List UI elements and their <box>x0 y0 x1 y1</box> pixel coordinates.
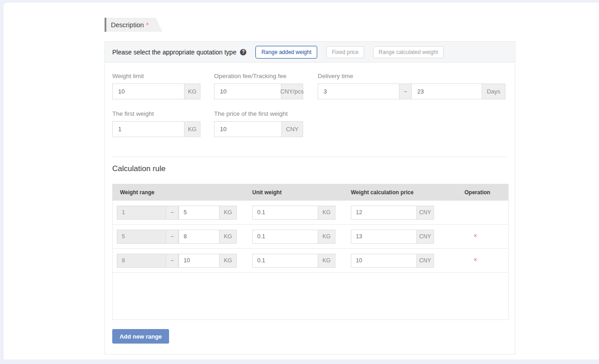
tab-accent-bar <box>105 18 106 32</box>
quotation-panel: Please select the appropriate quotation … <box>105 41 515 354</box>
first-weight-price-label: The price of the first weight <box>214 110 303 117</box>
quotation-type-bar: Please select the appropriate quotation … <box>105 42 515 63</box>
weight-calculation-price-input[interactable] <box>351 206 417 220</box>
weight-limit-field: Weight limit KG <box>112 73 200 99</box>
quotation-type-fixed-price[interactable]: Fixed price <box>326 46 364 58</box>
quotation-type-range-added-weight[interactable]: Range added weight <box>255 46 317 59</box>
unit-weight-unit: KG <box>318 254 335 268</box>
unit-weight-input[interactable] <box>252 206 318 220</box>
delete-row-icon[interactable]: × <box>471 255 480 264</box>
price-unit: CNY <box>417 254 434 268</box>
first-weight-unit: KG <box>185 121 200 137</box>
weight-limit-label: Weight limit <box>112 73 200 79</box>
quotation-type-range-calculated-weight[interactable]: Range calculated weight <box>373 46 444 58</box>
delete-row-icon[interactable]: × <box>471 231 480 240</box>
table-body: ~ KG KG CNY ~ KG KG CNY × ~ KG KG CNY × <box>112 201 509 320</box>
delivery-time-to-input[interactable] <box>412 84 482 99</box>
price-unit: CNY <box>417 230 434 244</box>
weight-limit-input[interactable] <box>112 84 185 99</box>
calculation-rule-title: Calculation rule <box>112 164 165 173</box>
operation-fee-input[interactable] <box>214 84 281 99</box>
range-tilde-separator: ~ <box>166 206 179 220</box>
range-from-input <box>117 206 166 220</box>
weight-calculation-price-input[interactable] <box>351 230 417 244</box>
range-to-input[interactable] <box>179 230 220 244</box>
description-tab: Description * <box>105 18 162 32</box>
range-weight-unit: KG <box>220 206 237 220</box>
range-to-input[interactable] <box>179 206 220 220</box>
unit-weight-unit: KG <box>318 206 335 220</box>
content-card: Description * Please select the appropri… <box>4 3 599 359</box>
column-header-operation: Operation <box>464 189 490 196</box>
range-from-input <box>117 230 166 244</box>
table-empty-area <box>113 273 508 320</box>
first-weight-price-input[interactable] <box>214 121 282 137</box>
calculation-rule-table: Weight range Unit weight Weight calculat… <box>112 184 509 320</box>
range-weight-unit: KG <box>220 230 237 244</box>
operation-fee-unit: CNY/pcs <box>281 84 303 99</box>
first-weight-input[interactable] <box>112 121 185 137</box>
range-weight-unit: KG <box>220 254 237 268</box>
first-weight-label: The first weight <box>112 110 200 117</box>
tab-title: Description <box>111 21 144 29</box>
price-unit: CNY <box>417 206 434 220</box>
table-row: ~ KG KG CNY × <box>113 225 508 249</box>
table-header-row: Weight range Unit weight Weight calculat… <box>112 184 509 201</box>
help-icon[interactable]: ? <box>240 49 246 55</box>
weight-calculation-price-input[interactable] <box>351 254 417 268</box>
first-weight-field: The first weight KG <box>112 110 200 137</box>
add-new-range-button[interactable]: Add new range <box>112 329 169 344</box>
range-tilde-separator: ~ <box>399 84 412 99</box>
range-tilde-separator: ~ <box>166 254 179 268</box>
unit-weight-input[interactable] <box>252 254 318 268</box>
weight-limit-unit: KG <box>185 84 200 99</box>
unit-weight-input[interactable] <box>252 230 318 244</box>
operation-fee-field: Operation fee/Tracking fee CNY/pcs <box>214 73 303 99</box>
range-to-input[interactable] <box>179 254 220 268</box>
column-header-unit-weight: Unit weight <box>252 189 282 196</box>
section-divider <box>112 157 508 157</box>
delivery-time-label: Delivery time <box>318 73 505 79</box>
delivery-time-field: Delivery time ~ Days <box>318 73 505 99</box>
table-row: ~ KG KG CNY × <box>113 249 508 273</box>
table-row: ~ KG KG CNY <box>113 201 508 225</box>
quotation-type-label: Please select the appropriate quotation … <box>112 49 236 56</box>
operation-fee-label: Operation fee/Tracking fee <box>214 73 303 79</box>
first-weight-price-unit: CNY <box>282 121 303 137</box>
range-tilde-separator: ~ <box>166 230 179 244</box>
unit-weight-unit: KG <box>318 230 335 244</box>
first-weight-price-field: The price of the first weight CNY <box>214 110 303 137</box>
required-asterisk: * <box>146 21 149 29</box>
table-rows-container: ~ KG KG CNY ~ KG KG CNY × ~ KG KG CNY × <box>113 201 508 273</box>
column-header-weight-calculation-price: Weight calculation price <box>351 189 414 196</box>
range-from-input <box>117 254 166 268</box>
delivery-time-from-input[interactable] <box>318 84 399 99</box>
column-header-weight-range: Weight range <box>120 189 155 196</box>
delivery-time-unit: Days <box>482 84 505 99</box>
